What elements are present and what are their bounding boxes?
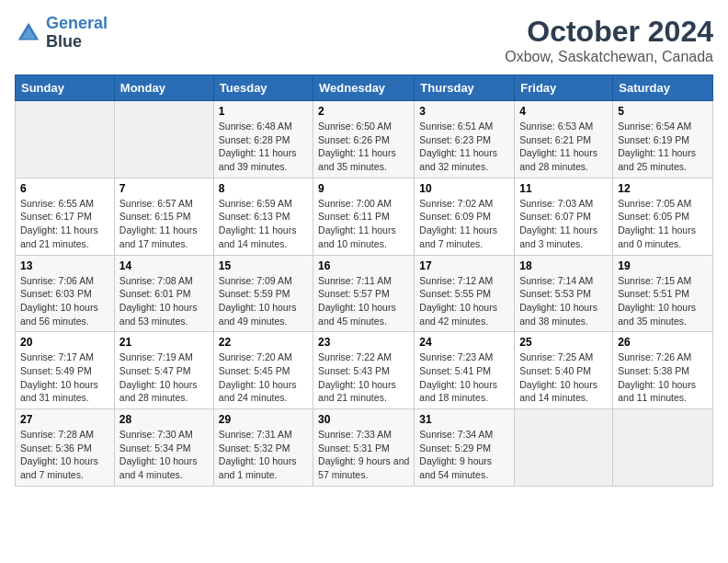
day-number: 10 xyxy=(419,182,509,195)
calendar-cell: 31Sunrise: 7:34 AM Sunset: 5:29 PM Dayli… xyxy=(415,409,515,487)
calendar-cell: 30Sunrise: 7:33 AM Sunset: 5:31 PM Dayli… xyxy=(313,409,415,487)
day-info: Sunrise: 7:15 AM Sunset: 5:51 PM Dayligh… xyxy=(618,274,708,328)
calendar-cell: 12Sunrise: 7:05 AM Sunset: 6:05 PM Dayli… xyxy=(613,178,713,255)
day-info: Sunrise: 6:57 AM Sunset: 6:15 PM Dayligh… xyxy=(119,197,209,251)
calendar-cell: 22Sunrise: 7:20 AM Sunset: 5:45 PM Dayli… xyxy=(213,332,313,409)
calendar-cell: 4Sunrise: 6:53 AM Sunset: 6:21 PM Daylig… xyxy=(515,101,613,178)
weekday-header-monday: Monday xyxy=(114,75,213,101)
calendar-cell: 25Sunrise: 7:25 AM Sunset: 5:40 PM Dayli… xyxy=(515,332,613,409)
calendar-cell: 18Sunrise: 7:14 AM Sunset: 5:53 PM Dayli… xyxy=(515,255,613,332)
calendar-cell: 7Sunrise: 6:57 AM Sunset: 6:15 PM Daylig… xyxy=(114,178,213,255)
calendar-cell: 1Sunrise: 6:48 AM Sunset: 6:28 PM Daylig… xyxy=(213,101,313,178)
day-number: 5 xyxy=(618,105,708,118)
calendar-cell: 10Sunrise: 7:02 AM Sunset: 6:09 PM Dayli… xyxy=(415,178,515,255)
calendar-cell: 13Sunrise: 7:06 AM Sunset: 6:03 PM Dayli… xyxy=(16,255,115,332)
day-info: Sunrise: 7:02 AM Sunset: 6:09 PM Dayligh… xyxy=(419,197,509,251)
logo-line2: Blue xyxy=(46,33,108,52)
day-info: Sunrise: 7:30 AM Sunset: 5:34 PM Dayligh… xyxy=(119,428,209,482)
day-info: Sunrise: 6:48 AM Sunset: 6:28 PM Dayligh… xyxy=(219,120,308,174)
calendar-cell: 28Sunrise: 7:30 AM Sunset: 5:34 PM Dayli… xyxy=(114,409,213,487)
day-info: Sunrise: 7:31 AM Sunset: 5:32 PM Dayligh… xyxy=(219,428,308,482)
day-info: Sunrise: 7:14 AM Sunset: 5:53 PM Dayligh… xyxy=(519,274,608,328)
day-info: Sunrise: 7:00 AM Sunset: 6:11 PM Dayligh… xyxy=(318,197,409,251)
day-number: 4 xyxy=(519,105,608,118)
calendar-week-row: 6Sunrise: 6:55 AM Sunset: 6:17 PM Daylig… xyxy=(16,178,713,255)
calendar-cell xyxy=(613,409,713,487)
calendar-table: SundayMondayTuesdayWednesdayThursdayFrid… xyxy=(15,75,713,487)
calendar-week-row: 27Sunrise: 7:28 AM Sunset: 5:36 PM Dayli… xyxy=(16,409,713,487)
title-block: October 2024 Oxbow, Saskatchewan, Canada xyxy=(505,15,713,65)
location-title: Oxbow, Saskatchewan, Canada xyxy=(505,49,713,65)
day-info: Sunrise: 7:08 AM Sunset: 6:01 PM Dayligh… xyxy=(119,274,209,328)
day-info: Sunrise: 7:22 AM Sunset: 5:43 PM Dayligh… xyxy=(318,350,409,405)
day-info: Sunrise: 7:03 AM Sunset: 6:07 PM Dayligh… xyxy=(519,197,608,251)
calendar-cell: 14Sunrise: 7:08 AM Sunset: 6:01 PM Dayli… xyxy=(114,255,213,332)
calendar-cell: 21Sunrise: 7:19 AM Sunset: 5:47 PM Dayli… xyxy=(114,332,213,409)
day-number: 9 xyxy=(318,182,409,195)
day-number: 8 xyxy=(219,182,308,195)
calendar-week-row: 20Sunrise: 7:17 AM Sunset: 5:49 PM Dayli… xyxy=(16,332,713,409)
day-number: 28 xyxy=(119,413,209,426)
day-number: 24 xyxy=(419,336,509,349)
day-info: Sunrise: 6:54 AM Sunset: 6:19 PM Dayligh… xyxy=(618,120,708,174)
day-number: 19 xyxy=(618,259,708,272)
day-number: 16 xyxy=(318,259,409,272)
day-number: 29 xyxy=(219,413,308,426)
day-number: 18 xyxy=(519,259,608,272)
weekday-header-saturday: Saturday xyxy=(613,75,713,101)
logo-icon xyxy=(15,19,42,47)
day-number: 2 xyxy=(318,105,409,118)
day-info: Sunrise: 6:53 AM Sunset: 6:21 PM Dayligh… xyxy=(519,120,608,174)
calendar-cell xyxy=(515,409,613,487)
calendar-cell: 27Sunrise: 7:28 AM Sunset: 5:36 PM Dayli… xyxy=(16,409,115,487)
calendar-cell: 16Sunrise: 7:11 AM Sunset: 5:57 PM Dayli… xyxy=(313,255,415,332)
day-info: Sunrise: 6:55 AM Sunset: 6:17 PM Dayligh… xyxy=(20,197,109,251)
logo-line1: General xyxy=(46,14,108,32)
calendar-cell: 8Sunrise: 6:59 AM Sunset: 6:13 PM Daylig… xyxy=(213,178,313,255)
calendar-week-row: 1Sunrise: 6:48 AM Sunset: 6:28 PM Daylig… xyxy=(16,101,713,178)
day-number: 25 xyxy=(519,336,608,349)
day-number: 15 xyxy=(219,259,308,272)
weekday-header-tuesday: Tuesday xyxy=(213,75,313,101)
day-number: 21 xyxy=(119,336,209,349)
calendar-cell: 15Sunrise: 7:09 AM Sunset: 5:59 PM Dayli… xyxy=(213,255,313,332)
day-info: Sunrise: 7:11 AM Sunset: 5:57 PM Dayligh… xyxy=(318,274,409,328)
calendar-cell: 9Sunrise: 7:00 AM Sunset: 6:11 PM Daylig… xyxy=(313,178,415,255)
calendar-cell: 24Sunrise: 7:23 AM Sunset: 5:41 PM Dayli… xyxy=(415,332,515,409)
day-info: Sunrise: 7:25 AM Sunset: 5:40 PM Dayligh… xyxy=(519,350,608,405)
day-number: 22 xyxy=(219,336,308,349)
page-header: General Blue October 2024 Oxbow, Saskatc… xyxy=(15,15,713,65)
calendar-cell: 5Sunrise: 6:54 AM Sunset: 6:19 PM Daylig… xyxy=(613,101,713,178)
weekday-header-wednesday: Wednesday xyxy=(313,75,415,101)
calendar-week-row: 13Sunrise: 7:06 AM Sunset: 6:03 PM Dayli… xyxy=(16,255,713,332)
day-number: 20 xyxy=(20,336,109,349)
day-number: 26 xyxy=(618,336,708,349)
calendar-cell: 3Sunrise: 6:51 AM Sunset: 6:23 PM Daylig… xyxy=(415,101,515,178)
calendar-cell: 20Sunrise: 7:17 AM Sunset: 5:49 PM Dayli… xyxy=(16,332,115,409)
day-info: Sunrise: 6:59 AM Sunset: 6:13 PM Dayligh… xyxy=(219,197,308,251)
day-number: 31 xyxy=(419,413,509,426)
day-info: Sunrise: 7:09 AM Sunset: 5:59 PM Dayligh… xyxy=(219,274,308,328)
calendar-cell xyxy=(16,101,115,178)
day-number: 11 xyxy=(519,182,608,195)
day-info: Sunrise: 7:23 AM Sunset: 5:41 PM Dayligh… xyxy=(419,350,509,405)
weekday-header-friday: Friday xyxy=(515,75,613,101)
day-info: Sunrise: 7:20 AM Sunset: 5:45 PM Dayligh… xyxy=(219,350,308,405)
day-info: Sunrise: 7:19 AM Sunset: 5:47 PM Dayligh… xyxy=(119,350,209,405)
month-title: October 2024 xyxy=(505,15,713,49)
calendar-cell: 2Sunrise: 6:50 AM Sunset: 6:26 PM Daylig… xyxy=(313,101,415,178)
day-number: 27 xyxy=(20,413,109,426)
day-number: 23 xyxy=(318,336,409,349)
weekday-header-sunday: Sunday xyxy=(16,75,115,101)
day-info: Sunrise: 6:50 AM Sunset: 6:26 PM Dayligh… xyxy=(318,120,409,174)
calendar-cell: 6Sunrise: 6:55 AM Sunset: 6:17 PM Daylig… xyxy=(16,178,115,255)
day-number: 30 xyxy=(318,413,409,426)
weekday-header-row: SundayMondayTuesdayWednesdayThursdayFrid… xyxy=(16,75,713,101)
logo-text: General Blue xyxy=(46,15,108,52)
calendar-cell: 17Sunrise: 7:12 AM Sunset: 5:55 PM Dayli… xyxy=(415,255,515,332)
calendar-cell: 19Sunrise: 7:15 AM Sunset: 5:51 PM Dayli… xyxy=(613,255,713,332)
day-number: 17 xyxy=(419,259,509,272)
day-info: Sunrise: 7:17 AM Sunset: 5:49 PM Dayligh… xyxy=(20,350,109,405)
day-info: Sunrise: 7:05 AM Sunset: 6:05 PM Dayligh… xyxy=(618,197,708,251)
day-info: Sunrise: 7:12 AM Sunset: 5:55 PM Dayligh… xyxy=(419,274,509,328)
